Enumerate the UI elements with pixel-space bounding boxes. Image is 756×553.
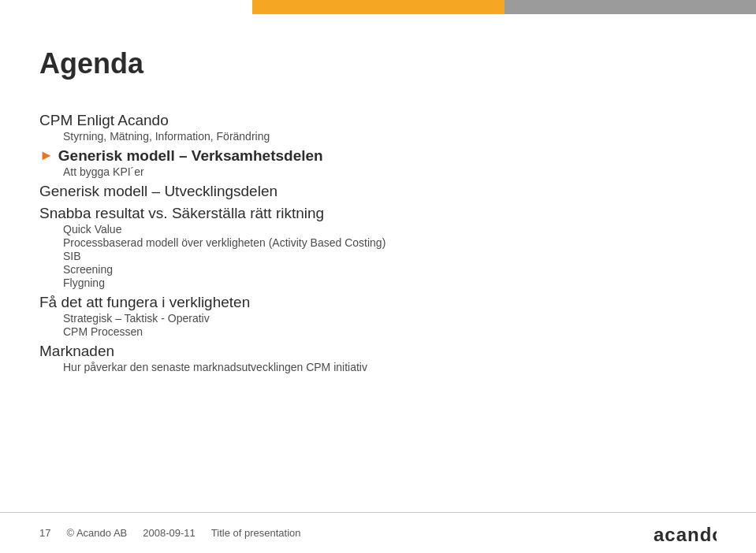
svg-text:acando: acando [654, 524, 717, 545]
agenda-item-generisk-verk: ► Generisk modell – Verksamhetsdelen Att… [39, 147, 717, 178]
cpm-title: CPM Enligt Acando [39, 112, 169, 129]
main-content: Agenda CPM Enligt Acando Styrning, Mätni… [39, 32, 717, 506]
agenda-item-generisk-utv: Generisk modell – Utvecklingsdelen [39, 183, 717, 200]
agenda-list: CPM Enligt Acando Styrning, Mätning, Inf… [39, 112, 717, 373]
generisk-verk-title: Generisk modell – Verksamhetsdelen [58, 147, 323, 165]
generisk-verk-subtitle: Att bygga KPI´er [63, 165, 717, 178]
agenda-item-cpm: CPM Enligt Acando Styrning, Mätning, Inf… [39, 112, 717, 143]
footer-page-number: 17 [39, 527, 50, 539]
generisk-utv-title: Generisk modell – Utvecklingsdelen [39, 183, 277, 200]
top-bar [0, 0, 756, 14]
fa-det-title: Få det att fungera i verkligheten [39, 294, 250, 311]
snabba-title: Snabba resultat vs. Säkerställa rätt rik… [39, 205, 324, 222]
agenda-item-marknaden: Marknaden Hur påverkar den senaste markn… [39, 343, 717, 373]
sib-label: SIB [63, 250, 717, 262]
hur-paverkar-label: Hur påverkar den senaste marknadsutveckl… [63, 361, 717, 373]
agenda-item-snabba: Snabba resultat vs. Säkerställa rätt rik… [39, 205, 717, 289]
footer-logo: acando [654, 521, 717, 546]
agenda-item-fa-det: Få det att fungera i verkligheten Strate… [39, 294, 717, 338]
processbaserad-label: Processbaserad modell över verkligheten … [63, 236, 717, 249]
strategisk-label: Strategisk – Taktisk - Operativ [63, 312, 717, 325]
footer: 17 © Acando AB 2008-09-11 Title of prese… [0, 512, 756, 553]
page-title: Agenda [39, 47, 717, 80]
footer-date: 2008-09-11 [143, 527, 196, 539]
marknaden-title: Marknaden [39, 343, 114, 360]
top-bar-white [0, 0, 252, 14]
top-bar-gray [505, 0, 756, 14]
footer-company: © Acando AB [66, 527, 127, 539]
flygning-label: Flygning [63, 276, 717, 289]
cpm-subtitle: Styrning, Mätning, Information, Förändri… [63, 130, 717, 143]
footer-presentation-title: Title of presentation [211, 527, 301, 539]
screening-label: Screening [63, 263, 717, 276]
quick-value-label: Quick Value [63, 223, 717, 236]
cpm-processen-label: CPM Processen [63, 325, 717, 338]
top-bar-orange [252, 0, 505, 14]
arrow-icon-generisk: ► [39, 147, 54, 164]
acando-logo-svg: acando [654, 521, 717, 546]
